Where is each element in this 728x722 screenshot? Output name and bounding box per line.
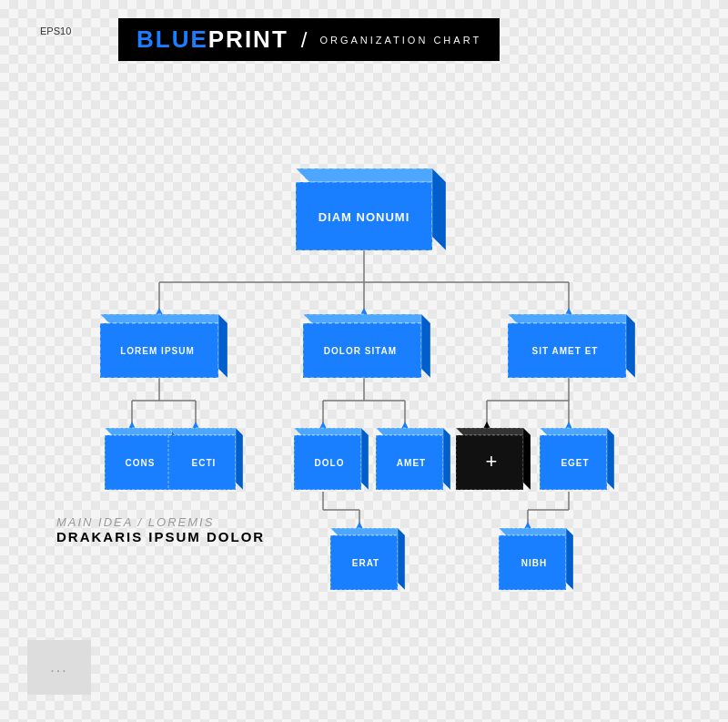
svg-text:DIAM NONUMI: DIAM NONUMI [318,210,410,224]
node-dolo[interactable]: DOLO [294,428,369,490]
svg-marker-4 [100,314,228,323]
svg-marker-20 [168,428,243,435]
svg-marker-10 [421,314,430,378]
header-slash: / [301,27,308,53]
header-banner: BLUEPRINT / ORGANIZATION CHART [118,18,500,61]
svg-marker-2 [432,168,446,250]
node-plus[interactable]: + [456,428,531,490]
svg-marker-28 [376,428,450,435]
svg-text:ERAT: ERAT [352,558,379,568]
svg-marker-24 [294,428,369,435]
svg-marker-44 [499,528,573,535]
org-chart-svg: DIAM NONUMI LOREM IPSUM DOLOR SITAM SIT … [0,73,728,637]
svg-marker-14 [626,314,635,378]
svg-marker-22 [236,428,243,490]
svg-marker-16 [105,428,179,435]
svg-marker-40 [330,528,405,535]
svg-marker-42 [398,528,405,590]
node-diam-nonumi[interactable]: DIAM NONUMI [296,168,446,250]
svg-marker-36 [540,428,614,435]
svg-marker-38 [607,428,614,490]
svg-text:CONS: CONS [126,458,156,468]
svg-marker-8 [303,314,430,323]
node-nibh[interactable]: NIBH [499,528,573,590]
node-eget[interactable]: EGET [540,428,614,490]
node-erat[interactable]: ERAT [330,528,405,590]
node-amet[interactable]: AMET [376,428,450,490]
node-lorem-ipsum[interactable]: LOREM IPSUM [100,314,228,378]
svg-marker-26 [361,428,369,490]
node-sit-amet-et[interactable]: SIT AMET ET [508,314,635,378]
svg-text:EGET: EGET [561,458,589,468]
svg-marker-6 [218,314,228,378]
header-black-text: PRINT [208,25,288,53]
bottom-dots: ... [50,659,67,676]
svg-marker-0 [296,168,446,182]
svg-marker-12 [508,314,635,323]
header-subtitle: ORGANIZATION CHART [319,35,481,46]
eps-label: EPS10 [40,25,71,36]
main-idea-block: MAIN IDEA / LOREMIS DRAKARIS IPSUM DOLOR [56,515,265,544]
svg-text:ECTI: ECTI [192,458,217,468]
svg-marker-32 [456,428,531,435]
header-title: BLUEPRINT [136,25,288,54]
main-idea-value: DRAKARIS IPSUM DOLOR [56,529,265,544]
svg-marker-34 [523,428,531,490]
svg-text:LOREM IPSUM: LOREM IPSUM [120,346,195,356]
svg-marker-30 [443,428,450,490]
svg-text:NIBH: NIBH [521,558,547,568]
svg-text:SIT AMET ET: SIT AMET ET [532,346,599,356]
svg-text:DOLOR SITAM: DOLOR SITAM [324,346,397,356]
header-blue-text: BLUE [136,25,208,53]
node-dolor-sitam[interactable]: DOLOR SITAM [303,314,430,378]
svg-marker-46 [566,528,573,590]
svg-text:AMET: AMET [397,458,426,468]
node-ecti[interactable]: ECTI [168,428,243,490]
svg-text:+: + [486,450,498,473]
bottom-thumbnail-box[interactable]: ... [27,640,91,695]
svg-text:DOLO: DOLO [315,458,345,468]
main-idea-label: MAIN IDEA / LOREMIS [56,515,265,529]
